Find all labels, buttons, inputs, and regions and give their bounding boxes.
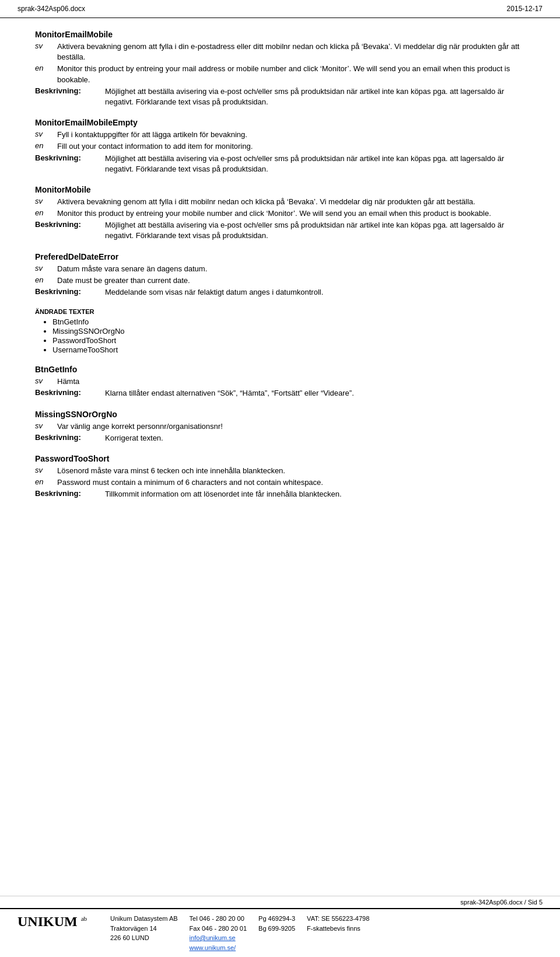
lang-en-3: en — [35, 208, 57, 219]
lang-sv-6: sv — [35, 421, 57, 432]
desc-text-missingssn: Korrigerat texten. — [105, 433, 525, 443]
list-item-missingssn: MissingSSNOrOrgNo — [52, 327, 525, 336]
row-sv-passwordtooshort: sv Lösenord måste vara minst 6 tecken oc… — [35, 466, 525, 476]
desc-text-prefereddeldate: Meddelande som visas när felaktigt datum… — [105, 287, 525, 298]
row-en-monitoremailmobileempty: en Fill out your contact information to … — [35, 141, 525, 152]
lang-sv-1: sv — [35, 41, 57, 62]
section-title-monitoremailmobile: MonitorEmailMobile — [35, 30, 525, 39]
desc-text-btngetinfo: Klarna tillåter endast alternativen “Sök… — [105, 388, 525, 399]
section-monitormobile: MonitorMobile sv Aktivera bevakning geno… — [35, 185, 525, 242]
desc-text-monitoremailmobile: Möjlighet att beställa avisering via e-p… — [105, 86, 525, 107]
page-content: MonitorEmailMobile sv Aktivera bevakning… — [0, 18, 560, 581]
lang-en-4: en — [35, 275, 57, 286]
footer-tel: Tel 046 - 280 20 00 — [190, 914, 247, 924]
beskrivning-btngetinfo: Beskrivning: Klarna tillåter endast alte… — [35, 388, 525, 399]
row-en-monitormobile: en Monitor this product by entreing your… — [35, 208, 525, 219]
lang-sv-7: sv — [35, 466, 57, 476]
lang-sv-2: sv — [35, 130, 57, 140]
text-en-passwordtooshort: Password must contain a minimum of 6 cha… — [57, 477, 525, 488]
section-passwordtooshort: PasswordTooShort sv Lösenord måste vara … — [35, 454, 525, 500]
page-header: sprak-342Asp06.docx 2015-12-17 — [0, 0, 560, 18]
footer-email[interactable]: info@unikum.se — [190, 933, 247, 943]
company-address1: Traktorvägen 14 — [110, 924, 178, 934]
company-name: Unikum Datasystem AB — [110, 914, 178, 924]
section-title-missingssn: MissingSSNOrOrgNo — [35, 410, 525, 419]
section-btngetinfo: BtnGetInfo sv Hämta Beskrivning: Klarna … — [35, 365, 525, 399]
desc-label-7: Beskrivning: — [35, 489, 105, 500]
text-sv-btngetinfo: Hämta — [57, 376, 525, 387]
desc-text-passwordtooshort: Tillkommit information om att lösenordet… — [105, 489, 525, 500]
footer-fax: Fax 046 - 280 20 01 — [190, 924, 247, 934]
section-missingssn: MissingSSNOrOrgNo sv Var vänlig ange kor… — [35, 410, 525, 443]
section-title-prefereddeldate: PreferedDelDateError — [35, 252, 525, 261]
text-sv-monitoremailmobile: Aktivera bevakning genom att fylla i din… — [57, 41, 525, 62]
text-en-prefereddeldate: Date must be greater than current date. — [57, 275, 525, 286]
row-en-prefereddeldate: en Date must be greater than current dat… — [35, 275, 525, 286]
beskrivning-missingssn: Beskrivning: Korrigerat texten. — [35, 433, 525, 443]
lang-sv-3: sv — [35, 197, 57, 207]
row-en-monitoremailmobile: en Monitor this product by entreing your… — [35, 64, 525, 85]
lang-sv-4: sv — [35, 264, 57, 274]
text-sv-passwordtooshort: Lösenord måste vara minst 6 tecken och i… — [57, 466, 525, 476]
row-sv-btngetinfo: sv Hämta — [35, 376, 525, 387]
beskrivning-prefereddeldate: Beskrivning: Meddelande som visas när fe… — [35, 287, 525, 298]
text-en-monitoremailmobile: Monitor this product by entreing your ma… — [57, 64, 525, 85]
text-sv-missingssn: Var vänlig ange korrekt personnr/organis… — [57, 421, 525, 432]
beskrivning-monitormobile: Beskrivning: Möjlighet att beställa avis… — [35, 220, 525, 241]
desc-label-2: Beskrivning: — [35, 153, 105, 174]
text-sv-monitoremailmobileempty: Fyll i kontaktuppgifter för att lägga ar… — [57, 130, 525, 140]
footer-vat: VAT: SE 556223-4798 F-skattebevis finns — [307, 914, 369, 952]
header-date: 2015-12-17 — [507, 5, 542, 13]
desc-label-3: Beskrivning: — [35, 220, 105, 241]
desc-text-monitormobile: Möjlighet att beställa avisering via e-p… — [105, 220, 525, 241]
desc-label-4: Beskrivning: — [35, 287, 105, 298]
text-sv-prefereddeldate: Datum måste vara senare än dagens datum. — [57, 264, 525, 274]
beskrivning-passwordtooshort: Beskrivning: Tillkommit information om a… — [35, 489, 525, 500]
text-en-monitoremailmobileempty: Fill out your contact information to add… — [57, 141, 525, 152]
footer-logo: UNIKUM ab — [18, 914, 87, 930]
list-item-btngetinfo: BtnGetInfo — [52, 317, 525, 326]
section-monitoremailmobile: MonitorEmailMobile sv Aktivera bevakning… — [35, 30, 525, 107]
desc-label-5: Beskrivning: — [35, 388, 105, 399]
footer-fskatt: F-skattebevis finns — [307, 924, 369, 934]
lang-en-2: en — [35, 141, 57, 152]
text-en-monitormobile: Monitor this product by entreing your mo… — [57, 208, 525, 219]
row-sv-monitormobile: sv Aktivera bevakning genom att fylla i … — [35, 197, 525, 207]
changed-title: ÄNDRADE TEXTER — [35, 308, 525, 315]
beskrivning-monitoremailmobileempty: Beskrivning: Möjlighet att beställa avis… — [35, 153, 525, 174]
text-sv-monitormobile: Aktivera bevakning genom att fylla i dit… — [57, 197, 525, 207]
footer-bottom: UNIKUM ab Unikum Datasystem AB Traktorvä… — [0, 908, 560, 957]
section-title-btngetinfo: BtnGetInfo — [35, 365, 525, 374]
page-footer: sprak-342Asp06.docx / Sid 5 UNIKUM ab Un… — [0, 896, 560, 957]
footer-pg-num: Pg 469294-3 — [258, 914, 295, 924]
lang-en-7: en — [35, 477, 57, 488]
footer-pg: Pg 469294-3 Bg 699-9205 — [258, 914, 295, 952]
section-monitoremailmobileempty: MonitorEmailMobileEmpty sv Fyll i kontak… — [35, 118, 525, 174]
footer-sections: Unikum Datasystem AB Traktorvägen 14 226… — [110, 914, 542, 952]
row-en-passwordtooshort: en Password must contain a minimum of 6 … — [35, 477, 525, 488]
section-title-monitormobile: MonitorMobile — [35, 185, 525, 194]
footer-vat-num: VAT: SE 556223-4798 — [307, 914, 369, 924]
lang-en-1: en — [35, 64, 57, 85]
desc-label-6: Beskrivning: — [35, 433, 105, 443]
header-filename: sprak-342Asp06.docx — [18, 5, 85, 13]
section-title-monitoremailmobileempty: MonitorEmailMobileEmpty — [35, 118, 525, 127]
list-item-passwordtooshort: PasswordTooShort — [52, 336, 525, 345]
beskrivning-monitoremailmobile: Beskrivning: Möjlighet att beställa avis… — [35, 86, 525, 107]
desc-label-1: Beskrivning: — [35, 86, 105, 107]
changed-list: BtnGetInfo MissingSSNOrOrgNo PasswordToo… — [35, 317, 525, 354]
row-sv-monitoremailmobile: sv Aktivera bevakning genom att fylla i … — [35, 41, 525, 62]
row-sv-monitoremailmobileempty: sv Fyll i kontaktuppgifter för att lägga… — [35, 130, 525, 140]
changed-section: ÄNDRADE TEXTER BtnGetInfo MissingSSNOrOr… — [35, 308, 525, 354]
footer-company: Unikum Datasystem AB Traktorvägen 14 226… — [110, 914, 178, 952]
section-title-passwordtooshort: PasswordTooShort — [35, 454, 525, 463]
company-address2: 226 60 LUND — [110, 933, 178, 943]
lang-sv-5: sv — [35, 376, 57, 387]
row-sv-prefereddeldate: sv Datum måste vara senare än dagens dat… — [35, 264, 525, 274]
footer-contact: Tel 046 - 280 20 00 Fax 046 - 280 20 01 … — [190, 914, 247, 952]
footer-website[interactable]: www.unikum.se/ — [190, 943, 247, 953]
desc-text-monitoremailmobileempty: Möjlighet att beställa avisering via e-p… — [105, 153, 525, 174]
section-prefereddeldate: PreferedDelDateError sv Datum måste vara… — [35, 252, 525, 298]
list-item-usernametooshort: UsernameTooShort — [52, 345, 525, 354]
footer-bg-num: Bg 699-9205 — [258, 924, 295, 934]
